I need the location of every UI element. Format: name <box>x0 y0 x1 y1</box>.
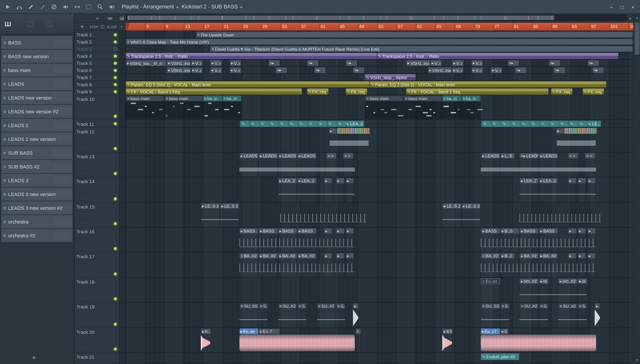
scroll-up-icon[interactable]: ▴ <box>634 15 640 20</box>
playlist-clip[interactable]: ×Ev..ier <box>481 278 500 284</box>
link-icon[interactable] <box>107 15 113 21</box>
playlist-clip[interactable]: ≡bass main <box>164 96 203 101</box>
add-track-button[interactable]: + <box>80 23 84 30</box>
lane-resize-handle[interactable]: ··· <box>80 321 86 326</box>
track-mute-led[interactable] <box>114 62 117 65</box>
automation-clip-chain[interactable]: ∿∿∿∿∿∿∿∿∿∿∿∿ LE.. <box>481 120 602 127</box>
playlist-clip[interactable]: ▸V..r <box>230 60 241 66</box>
playlist-clip[interactable]: ×▸ <box>353 67 364 73</box>
playlist-clip[interactable]: ≡ba..in <box>462 96 481 101</box>
close-button[interactable]: × <box>628 2 637 11</box>
playlist-clip[interactable]: × × <box>343 153 354 159</box>
playlist-clip[interactable]: ▸LEA..2 <box>278 178 297 184</box>
pencil-icon[interactable] <box>26 2 36 12</box>
playlist-clip[interactable]: ▸VSH1..inor <box>428 67 452 73</box>
playlist-clip[interactable]: ×▸ <box>587 60 599 66</box>
step-slide-toggle[interactable] <box>101 25 104 28</box>
playlist-clip[interactable]: ▸V..r <box>210 67 222 73</box>
track-header[interactable]: Track 5 <box>75 60 126 67</box>
picker-item[interactable]: ≡LEADS 3 new version #2 <box>1 201 72 215</box>
playlist-clip[interactable]: ▸LEA..2 <box>520 178 539 184</box>
step-label[interactable]: STEP <box>89 25 99 29</box>
playlist-clip[interactable]: ≡SU..SS <box>239 303 258 309</box>
picker-item[interactable]: ≡LEADS 2 new version <box>1 132 72 146</box>
playlist-clip[interactable]: ∿Param. EQ 2 (Slot 2) - VOCAL - Main lev… <box>370 81 606 88</box>
automation-clip-chain[interactable]: ∿∿∿∿∿∿∿∿∿∿∿∿ LEA..2 <box>239 120 365 127</box>
track-name[interactable]: Track 15 <box>76 204 94 209</box>
track-name[interactable]: Track 4 <box>76 53 92 59</box>
playlist-clip[interactable]: ▸ <box>346 228 354 234</box>
playlist-clip[interactable]: ∿Evoluti..plier #2 <box>481 353 519 360</box>
playlist-clip[interactable]: ▸LEADS <box>481 153 500 159</box>
track-name[interactable]: Track 21 <box>76 354 94 360</box>
playlist-lanes[interactable]: ×The Upside Down×VAVO & Clara Mae - Take… <box>126 31 633 364</box>
playlist-clip[interactable]: ▸K..2 <box>201 328 211 334</box>
playlist-clip[interactable]: ×▸ <box>346 60 357 66</box>
playlist-clip[interactable]: ▸V..r <box>471 60 483 66</box>
playlist-clip[interactable]: ∿FX..req <box>583 88 604 95</box>
playlist-clip[interactable]: ∿FX - VOCAL - Band 1 freq <box>406 88 548 95</box>
playlist-clip[interactable]: ▸V..r <box>452 67 464 73</box>
picker-item[interactable]: ≡LEADS <box>1 77 72 91</box>
track-header[interactable]: Track 18··· <box>75 278 126 303</box>
track-header[interactable]: Track 13··· <box>75 152 126 177</box>
delete-icon[interactable] <box>49 2 59 12</box>
lane-resize-handle[interactable]: ··· <box>80 271 86 276</box>
picker-item[interactable]: ≡orchestra <box>1 215 72 228</box>
play-icon[interactable] <box>3 2 12 12</box>
playlist-clip[interactable]: ▸ <box>568 228 576 234</box>
track-name[interactable]: Track 2 <box>76 39 92 44</box>
playlist-clip[interactable]: ▸E.. <box>500 328 509 334</box>
picker-view-icon[interactable] <box>46 22 52 27</box>
playlist-clip[interactable]: ∿FX - VOCAL - Band 1 freq <box>126 88 302 95</box>
playlist-clip[interactable]: ×▸ <box>549 60 560 66</box>
playlist-clip[interactable]: ▸ <box>346 178 354 184</box>
scroll-down-icon[interactable]: ▾ <box>634 357 640 363</box>
playlist-clip[interactable]: ×▸LEADS <box>520 153 539 159</box>
playlist-clip[interactable]: ∿FX..req <box>551 88 572 95</box>
track-name[interactable]: Track 6 <box>76 68 92 73</box>
playlist-clip[interactable]: ▸V..r <box>491 67 502 73</box>
playlist-clip[interactable]: ▸V..r <box>471 67 483 73</box>
playlist-clip[interactable]: ≡ba..in <box>203 96 222 101</box>
track-header[interactable]: Track 11 <box>75 120 126 128</box>
slide-label[interactable]: SLIDE <box>107 25 117 29</box>
picker-item[interactable]: ≡LEADS 3 new version <box>1 188 72 201</box>
track-name[interactable]: Track 18 <box>76 279 94 284</box>
playlist-clip[interactable]: ▸ <box>578 178 586 184</box>
track-name[interactable]: Track 12 <box>76 129 94 134</box>
playlist-clip[interactable]: ▸B..S <box>500 228 519 234</box>
multitouch-icon[interactable]: » <box>94 15 100 21</box>
track-mute-led[interactable] <box>114 222 117 225</box>
track-name[interactable]: Track 1 <box>76 32 92 37</box>
picker-filter-icon[interactable] <box>28 22 33 27</box>
picker-item[interactable]: ≡bass main <box>1 64 72 77</box>
track-header[interactable]: Track 16··· <box>75 228 126 252</box>
playlist-clip[interactable]: ▸ <box>595 303 600 309</box>
playlist-clip[interactable]: ▸BA..#2 <box>297 253 316 259</box>
horizontal-scrollbar-handle[interactable] <box>128 16 554 20</box>
playlist-clip[interactable]: ▸Ev..17 <box>481 328 500 334</box>
preview-speaker-icon[interactable] <box>107 2 116 12</box>
picker-item[interactable]: ≡orchestra #2 <box>1 229 72 242</box>
track-mute-led[interactable] <box>114 272 117 276</box>
playlist-clip[interactable]: ≡ba..in <box>442 96 461 101</box>
lane-resize-handle[interactable]: ··· <box>80 346 86 351</box>
track-mute-led[interactable] <box>114 69 117 72</box>
playlist-clip[interactable]: ▸ <box>336 253 344 259</box>
track-mute-led[interactable] <box>114 33 117 36</box>
track-mute-led[interactable] <box>114 323 117 326</box>
playlist-clip[interactable]: ▸BASS <box>520 228 539 234</box>
track-name[interactable]: Track 11 <box>76 121 94 126</box>
lane-resize-handle[interactable]: ··· <box>80 113 86 118</box>
playlist-clip[interactable]: ≡S..2 <box>336 303 345 309</box>
playlist-clip[interactable]: ▸ <box>578 228 586 234</box>
playlist-clip[interactable]: ▸BA..#2 <box>539 253 558 259</box>
track-mute-led[interactable] <box>114 172 117 175</box>
playlist-clip[interactable]: ∿VSH1_loop_..ltiplier <box>365 74 415 80</box>
picker-item[interactable]: ≡LEADS new version #2 <box>1 105 72 118</box>
playlist-clip[interactable]: ≡bass main <box>126 96 164 101</box>
playlist-clip[interactable]: ×David Guetta ft Sia - Titanium (David G… <box>210 46 633 52</box>
playlist-clip[interactable]: ▸orc..#2 <box>558 278 577 284</box>
playlist-clip[interactable]: ▸or.. <box>578 278 587 284</box>
